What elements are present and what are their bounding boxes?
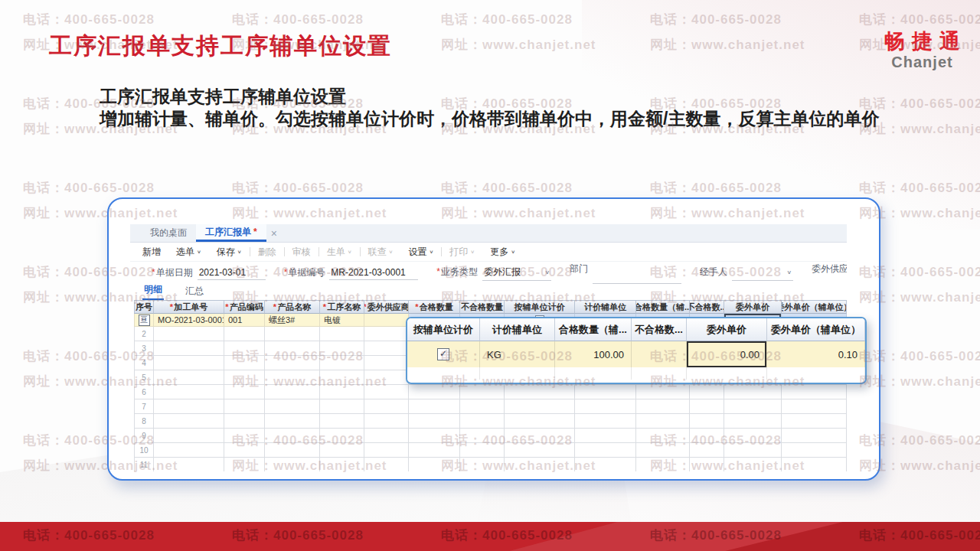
grid-cell[interactable] [154, 443, 224, 458]
grid-cell[interactable]: 亘 [134, 314, 154, 327]
grid-cell[interactable]: 9 [134, 429, 154, 443]
grid-cell[interactable] [460, 429, 505, 443]
grid-cell[interactable] [364, 399, 409, 414]
grid-cell[interactable] [409, 385, 460, 399]
grid-cell[interactable] [224, 341, 265, 356]
close-icon[interactable]: × [271, 224, 277, 242]
grid-cell[interactable] [460, 458, 505, 471]
grid-cell[interactable]: 4 [134, 356, 154, 370]
grid-column-header[interactable]: *工序名称 [320, 300, 364, 314]
grid-cell[interactable] [505, 399, 575, 414]
grid-cell[interactable]: MO-2021-03-0001 [154, 314, 224, 327]
toolbar-button[interactable]: 联查∨ [361, 246, 401, 259]
grid-cell[interactable] [154, 370, 224, 385]
grid-cell[interactable] [690, 414, 724, 429]
grid-cell[interactable]: 电镀 [320, 314, 364, 327]
grid-cell[interactable] [364, 370, 409, 385]
grid-cell[interactable] [636, 385, 690, 399]
grid-cell[interactable] [265, 327, 320, 341]
callout-cell[interactable]: 100.00 [555, 341, 632, 367]
grid-cell[interactable]: 3 [134, 341, 154, 356]
grid-cell[interactable]: 001 [224, 314, 265, 327]
toolbar-button[interactable]: 设置∨ [400, 246, 441, 259]
grid-cell[interactable] [320, 356, 364, 370]
callout-cell[interactable]: KG [480, 341, 555, 367]
grid-cell[interactable] [724, 443, 782, 458]
grid-cell[interactable] [364, 429, 409, 443]
grid-column-header[interactable]: 计价辅单位 [575, 300, 636, 314]
grid-cell[interactable] [690, 385, 724, 399]
grid-column-header[interactable]: *加工单号 [154, 300, 224, 314]
callout-cell[interactable]: 0.10 [767, 341, 865, 367]
grid-cell[interactable] [636, 399, 690, 414]
grid-cell[interactable] [265, 443, 320, 458]
grid-cell[interactable] [724, 458, 782, 471]
grid-cell[interactable]: 6 [134, 385, 154, 399]
grid-column-header[interactable]: 不合格数量 [460, 300, 505, 314]
grid-cell[interactable] [636, 458, 690, 471]
grid-cell[interactable] [575, 399, 636, 414]
callout-cell[interactable]: 0.00 [687, 341, 767, 367]
grid-cell[interactable] [460, 385, 505, 399]
callout-cell[interactable] [632, 341, 687, 367]
field-value[interactable]: MR-2021-03-0001 [329, 267, 418, 280]
checkbox-checked[interactable]: ✓ [437, 348, 449, 360]
toolbar-button[interactable]: 打印∨ [442, 246, 482, 259]
grid-cell[interactable] [364, 414, 409, 429]
grid-cell[interactable] [364, 327, 409, 341]
grid-cell[interactable] [154, 385, 224, 399]
grid-column-header[interactable]: 按辅单位计价 [505, 300, 575, 314]
grid-cell[interactable] [505, 429, 575, 443]
grid-cell[interactable] [320, 399, 364, 414]
grid-cell[interactable] [265, 341, 320, 356]
grid-cell[interactable] [409, 458, 460, 471]
grid-cell[interactable] [409, 429, 460, 443]
tab-active[interactable]: 工序汇报单* [196, 224, 266, 242]
subtab[interactable]: 汇总 [184, 285, 205, 300]
grid-cell[interactable] [782, 458, 847, 471]
toolbar-button[interactable]: 新增 [135, 246, 168, 259]
grid-cell[interactable] [724, 414, 782, 429]
grid-cell[interactable] [154, 458, 224, 471]
grid-cell[interactable] [575, 429, 636, 443]
grid-cell[interactable] [782, 429, 847, 443]
grid-cell[interactable] [364, 443, 409, 458]
grid-cell[interactable]: 7 [134, 399, 154, 414]
grid-cell[interactable] [636, 414, 690, 429]
grid-cell[interactable] [224, 385, 265, 399]
grid-cell[interactable] [154, 414, 224, 429]
grid-cell[interactable] [636, 443, 690, 458]
grid-cell[interactable] [265, 458, 320, 471]
grid-cell[interactable] [724, 385, 782, 399]
grid-cell[interactable] [320, 341, 364, 356]
grid-cell[interactable] [724, 429, 782, 443]
grid-cell[interactable] [690, 443, 724, 458]
grid-cell[interactable] [154, 399, 224, 414]
field-value[interactable]: 2021-03-01 [198, 267, 266, 280]
grid-cell[interactable] [320, 370, 364, 385]
grid-cell[interactable] [364, 356, 409, 370]
grid-cell[interactable] [782, 399, 847, 414]
grid-cell[interactable] [224, 458, 265, 471]
grid-cell[interactable] [575, 385, 636, 399]
grid-column-header[interactable]: 不合格数... [690, 300, 724, 314]
grid-cell[interactable] [460, 443, 505, 458]
grid-cell[interactable] [224, 370, 265, 385]
grid-cell[interactable] [636, 429, 690, 443]
toolbar-button[interactable]: 审核 [285, 246, 318, 259]
grid-cell[interactable] [782, 414, 847, 429]
grid-cell[interactable]: 2 [134, 327, 154, 341]
grid-cell[interactable] [690, 458, 724, 471]
grid-cell[interactable] [460, 399, 505, 414]
grid-cell[interactable] [265, 399, 320, 414]
grid-cell[interactable] [154, 327, 224, 341]
grid-cell[interactable] [575, 458, 636, 471]
grid-cell[interactable] [782, 385, 847, 399]
grid-cell[interactable] [320, 458, 364, 471]
grid-column-header[interactable]: *产品名称 [265, 300, 320, 314]
grid-cell[interactable] [505, 443, 575, 458]
grid-cell[interactable] [265, 356, 320, 370]
row-indicator-icon[interactable]: 亘 [139, 315, 150, 326]
grid-cell[interactable] [265, 370, 320, 385]
grid-cell[interactable]: 11 [134, 458, 154, 471]
